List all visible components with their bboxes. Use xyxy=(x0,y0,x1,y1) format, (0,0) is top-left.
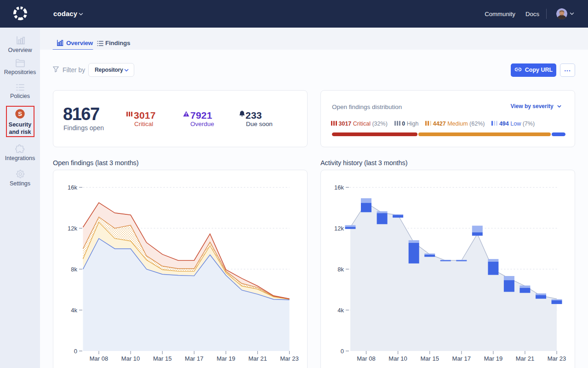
svg-text:Mar 21: Mar 21 xyxy=(248,355,267,362)
svg-text:Mar 19: Mar 19 xyxy=(484,355,502,362)
svg-text:Mar 10: Mar 10 xyxy=(121,355,140,362)
svg-text:Mar 19: Mar 19 xyxy=(217,355,235,362)
svg-text:4k: 4k xyxy=(337,307,344,314)
svg-text:Mar 23: Mar 23 xyxy=(548,355,566,362)
svg-text:0: 0 xyxy=(74,348,77,355)
svg-text:S: S xyxy=(18,110,22,117)
svg-text:0: 0 xyxy=(341,348,344,355)
svg-text:Mar 15: Mar 15 xyxy=(420,355,439,362)
svg-text:Mar 17: Mar 17 xyxy=(452,355,471,362)
svg-text:Mar 08: Mar 08 xyxy=(357,355,375,362)
svg-text:Mar 08: Mar 08 xyxy=(90,355,108,362)
svg-text:16k: 16k xyxy=(334,184,344,191)
svg-text:16k: 16k xyxy=(68,184,77,191)
svg-text:Mar 10: Mar 10 xyxy=(388,355,407,362)
svg-text:8k: 8k xyxy=(337,266,344,273)
svg-text:12k: 12k xyxy=(68,225,77,232)
svg-text:Mar 15: Mar 15 xyxy=(153,355,171,362)
svg-text:Mar 21: Mar 21 xyxy=(516,355,534,362)
svg-text:4k: 4k xyxy=(71,307,77,314)
svg-text:8k: 8k xyxy=(71,266,77,273)
svg-text:12k: 12k xyxy=(334,225,344,232)
svg-text:Mar 17: Mar 17 xyxy=(185,355,203,362)
svg-text:Mar 23: Mar 23 xyxy=(280,355,298,362)
